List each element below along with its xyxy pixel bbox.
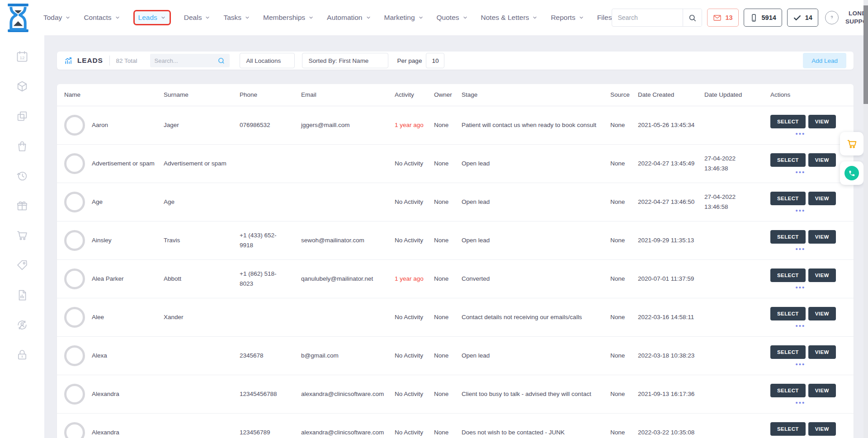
select-button[interactable]: SELECT [770,153,806,167]
more-actions-button[interactable]: ••• [770,247,830,251]
sidebar-item-calendar[interactable]: 12 [16,50,28,65]
search-button[interactable] [683,9,702,26]
sidebar-item-shopping-bag[interactable] [16,140,28,154]
lead-name-cell: Alexandra [57,379,158,409]
nav-item-quotes[interactable]: Quotes [437,14,468,22]
nav-item-automation[interactable]: Automation [327,14,371,22]
sidebar-item-lock[interactable] [16,349,28,363]
more-actions-button[interactable]: ••• [770,362,830,366]
nav-item-contacts[interactable]: Contacts [84,14,120,22]
view-button[interactable]: VIEW [808,384,836,397]
view-button[interactable]: VIEW [808,422,836,436]
lead-email: b@gmail.com [296,346,389,365]
nav-label: Deals [184,14,202,22]
location-filter-dropdown[interactable]: All Locations [240,53,295,68]
view-button[interactable]: VIEW [808,345,836,359]
select-button[interactable]: SELECT [770,307,806,320]
table-row: AgeAgeNo ActivityNoneOpen leadNone2022-0… [57,183,854,221]
lead-updated: 27-04-2022 13:46:38 [699,149,765,178]
nav-item-files[interactable]: Files [597,14,612,22]
view-button[interactable]: VIEW [808,115,836,128]
view-button[interactable]: VIEW [808,192,836,205]
select-button[interactable]: SELECT [770,384,806,397]
chevron-down-icon [115,15,120,20]
sidebar-item-report[interactable] [16,289,28,303]
nav-item-notes-letters[interactable]: Notes & Letters [481,14,538,22]
more-actions-button[interactable]: ••• [770,170,830,174]
scrollbar-thumb[interactable] [863,5,868,104]
nav-item-reports[interactable]: Reports [551,14,584,22]
more-actions-button[interactable]: ••• [770,132,830,136]
copy-icon [16,116,28,124]
tasks-button[interactable]: 14 [787,9,818,27]
sidebar-item-gift[interactable] [16,199,28,214]
nav-item-marketing[interactable]: Marketing [384,14,424,22]
lead-owner: None [429,193,456,212]
lead-updated [699,428,765,437]
lead-name: Aaron [92,120,108,130]
sidebar-item-copy[interactable] [16,110,28,124]
lead-stage: Patient will contact us when ready to bo… [456,116,605,135]
chevron-down-icon [532,15,538,20]
app-logo-hourglass-icon[interactable] [6,3,30,32]
select-button[interactable]: SELECT [770,268,806,282]
view-button[interactable]: VIEW [808,230,836,244]
nav-item-today[interactable]: Today [43,14,71,22]
view-button[interactable]: VIEW [808,153,836,167]
lead-name: Advertisement or spam [92,159,155,169]
search-input[interactable] [612,14,683,21]
main-navigation: TodayContactsLeadsDealsTasksMembershipsA… [43,10,612,25]
select-button[interactable]: SELECT [770,230,806,244]
select-button[interactable]: SELECT [770,192,806,205]
leads-search-input[interactable] [155,57,217,64]
add-lead-button[interactable]: Add Lead [803,53,846,68]
lead-created: 2020-07-01 11:37:59 [632,269,699,288]
nav-item-tasks[interactable]: Tasks [223,14,250,22]
avatar [64,115,85,136]
more-actions-button[interactable]: ••• [770,285,830,289]
calls-button[interactable]: 5914 [744,9,782,27]
lead-name: Ainsley [92,235,112,245]
help-button[interactable] [825,11,839,24]
nav-label: Notes & Letters [481,14,529,22]
leads-table: NameSurnamePhoneEmailActivityOwnerStageS… [57,84,854,438]
sidebar-item-price-tag[interactable] [16,259,28,273]
leads-total-count: 82 Total [116,57,137,64]
sidebar-item-package[interactable] [16,80,28,94]
lead-updated [699,390,765,399]
sort-filter-dropdown[interactable]: Sorted By: First Name [302,53,388,68]
lead-updated [699,351,765,360]
actions-cell: SELECTVIEW••• [765,264,854,294]
select-button[interactable]: SELECT [770,345,806,359]
select-button[interactable]: SELECT [770,115,806,128]
cart-floating-button[interactable] [840,132,863,155]
sidebar-item-cart[interactable] [16,229,28,244]
vertical-scrollbar[interactable] [863,0,868,438]
mail-notifications-button[interactable]: 13 [707,9,738,27]
nav-item-deals[interactable]: Deals [184,14,211,22]
lead-stage: Open lead [456,231,605,250]
more-actions-button[interactable]: ••• [770,324,830,328]
more-actions-button[interactable]: ••• [770,400,830,405]
select-button[interactable]: SELECT [770,422,806,436]
lead-source: None [605,193,632,212]
nav-label: Files [597,14,612,22]
view-button[interactable]: VIEW [808,268,836,282]
calendar-icon: 12 [16,57,28,64]
view-button[interactable]: VIEW [808,307,836,320]
lead-name: Alea Parker [92,274,124,284]
lead-activity: No Activity [389,231,429,250]
nav-item-leads[interactable]: Leads [133,10,171,25]
lead-stage: Client too busy to talk - advised they w… [456,385,605,404]
more-actions-button[interactable]: ••• [770,208,830,212]
nav-item-memberships[interactable]: Memberships [263,14,314,22]
col-header-activity: Activity [389,85,429,104]
sidebar-item-history[interactable] [16,170,28,184]
chevron-down-icon [366,15,371,20]
per-page-selector[interactable]: 10 [426,53,444,68]
lead-surname: Travis [158,231,234,250]
sidebar-item-account-sync[interactable] [16,319,28,333]
sort-filter-value: Sorted By: First Name [309,57,369,64]
lead-activity: No Activity [389,193,429,212]
call-floating-button[interactable] [840,161,863,185]
